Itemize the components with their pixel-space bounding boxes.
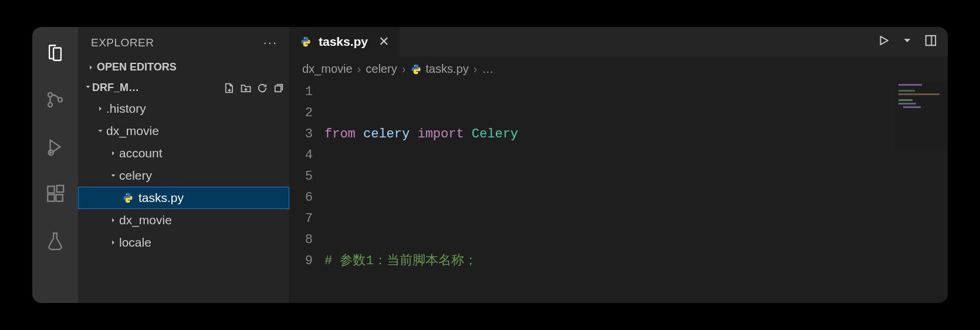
svg-point-0	[48, 93, 52, 97]
tabbar-actions	[877, 27, 948, 56]
tree-folder-celery[interactable]: celery	[78, 164, 289, 187]
testing-activity-icon[interactable]	[41, 224, 69, 257]
svg-point-9	[126, 194, 127, 195]
open-editors-section[interactable]: OPEN EDITORS	[78, 56, 289, 78]
tree-label: account	[119, 146, 163, 160]
breadcrumb-seg[interactable]: celery	[366, 62, 397, 76]
tree-folder-dx-movie-inner[interactable]: dx_movie	[78, 209, 289, 231]
tree-label: dx_movie	[119, 213, 172, 227]
explorer-sidebar: EXPLORER ··· OPEN EDITORS DRF_M…	[78, 27, 289, 303]
svg-rect-5	[48, 194, 54, 201]
line-number: 8	[289, 230, 313, 251]
code-token: # 参数1：当前脚本名称；	[325, 251, 477, 272]
tree-folder-dx-movie[interactable]: dx_movie	[78, 120, 289, 142]
run-debug-activity-icon[interactable]	[41, 130, 69, 163]
vscode-window: EXPLORER ··· OPEN EDITORS DRF_M…	[32, 27, 948, 303]
chevron-right-icon: ›	[357, 62, 361, 76]
svg-point-12	[307, 45, 308, 46]
svg-rect-8	[275, 86, 281, 92]
line-number: 2	[289, 103, 313, 124]
activity-bar	[32, 27, 78, 303]
tree-folder-account[interactable]: account	[78, 142, 289, 164]
workspace-header[interactable]: DRF_M…	[78, 78, 289, 97]
workspace-name: DRF_M…	[92, 82, 139, 94]
svg-point-11	[304, 38, 305, 39]
sidebar-more-icon[interactable]: ···	[263, 35, 278, 50]
file-tree: .history dx_movie account celery tasks.p…	[78, 97, 289, 303]
chevron-right-icon: ›	[474, 62, 478, 76]
chevron-down-icon	[94, 124, 106, 138]
breadcrumb-filename: tasks.py	[425, 62, 468, 76]
svg-point-15	[414, 65, 415, 66]
editor-area: tasks.py ✕ dx_movie › celery › tasks.py …	[289, 27, 948, 303]
code-token: import	[417, 124, 464, 145]
minimap[interactable]	[895, 82, 948, 303]
sidebar-title: EXPLORER	[91, 36, 154, 49]
tab-bar: tasks.py ✕	[289, 27, 948, 56]
open-editors-label: OPEN EDITORS	[97, 61, 177, 73]
line-number: 5	[289, 166, 313, 187]
collapse-all-icon[interactable]	[273, 82, 285, 94]
new-file-icon[interactable]	[224, 82, 235, 94]
chevron-right-icon	[107, 235, 119, 250]
breadcrumb-file[interactable]: tasks.py	[410, 62, 468, 76]
refresh-icon[interactable]	[256, 82, 268, 94]
source-control-activity-icon[interactable]	[41, 83, 69, 116]
close-icon[interactable]: ✕	[379, 34, 389, 49]
svg-rect-4	[48, 186, 54, 193]
code-token: Celery	[464, 124, 518, 145]
svg-point-10	[129, 201, 130, 202]
run-icon[interactable]	[877, 34, 890, 49]
chevron-down-icon[interactable]	[901, 34, 914, 49]
tree-folder-locale[interactable]: locale	[78, 231, 289, 254]
chevron-right-icon: ›	[402, 62, 406, 76]
code-lines[interactable]: from celery import Celery # 参数1：当前脚本名称； …	[325, 82, 948, 303]
breadcrumb-seg[interactable]: dx_movie	[302, 62, 353, 76]
python-file-icon	[410, 63, 422, 75]
sidebar-header: EXPLORER ···	[78, 27, 289, 56]
tree-label: .history	[106, 102, 146, 116]
svg-rect-7	[57, 186, 63, 192]
tree-label: tasks.py	[138, 191, 184, 205]
explorer-activity-icon[interactable]	[41, 36, 69, 69]
new-folder-icon[interactable]	[240, 82, 252, 94]
tree-label: dx_movie	[106, 124, 159, 138]
tab-tasks-py[interactable]: tasks.py ✕	[289, 27, 400, 56]
tab-filename: tasks.py	[319, 35, 368, 49]
breadcrumb-seg[interactable]: …	[482, 62, 494, 76]
extensions-activity-icon[interactable]	[41, 177, 69, 210]
svg-rect-13	[926, 36, 936, 46]
svg-point-2	[58, 97, 62, 102]
tree-folder-history[interactable]: .history	[78, 97, 289, 120]
svg-point-16	[417, 72, 418, 73]
line-number-gutter: 1 2 3 4 5 6 7 8 9	[289, 82, 325, 303]
breadcrumb: dx_movie › celery › tasks.py › …	[289, 56, 948, 82]
code-token: from	[325, 124, 356, 145]
chevron-right-icon	[85, 63, 97, 72]
chevron-right-icon	[107, 146, 119, 160]
tree-label: locale	[119, 235, 151, 250]
line-number: 9	[289, 251, 313, 272]
split-editor-icon[interactable]	[924, 34, 937, 49]
code-token: celery	[356, 124, 418, 145]
tree-file-tasks-py[interactable]: tasks.py	[78, 187, 289, 209]
svg-point-1	[48, 103, 52, 107]
tree-label: celery	[119, 169, 152, 183]
line-number: 7	[289, 208, 313, 230]
python-file-icon	[300, 36, 313, 48]
chevron-right-icon	[107, 213, 119, 227]
chevron-right-icon	[94, 102, 106, 116]
line-number: 1	[289, 82, 313, 103]
chevron-down-icon	[84, 82, 92, 94]
line-number: 4	[289, 145, 313, 166]
python-file-icon	[121, 192, 135, 204]
line-number: 3	[289, 124, 313, 145]
svg-rect-6	[56, 194, 62, 201]
line-number: 6	[289, 187, 313, 208]
code-editor[interactable]: 1 2 3 4 5 6 7 8 9 from celery import Cel…	[289, 82, 948, 303]
chevron-down-icon	[107, 169, 119, 183]
